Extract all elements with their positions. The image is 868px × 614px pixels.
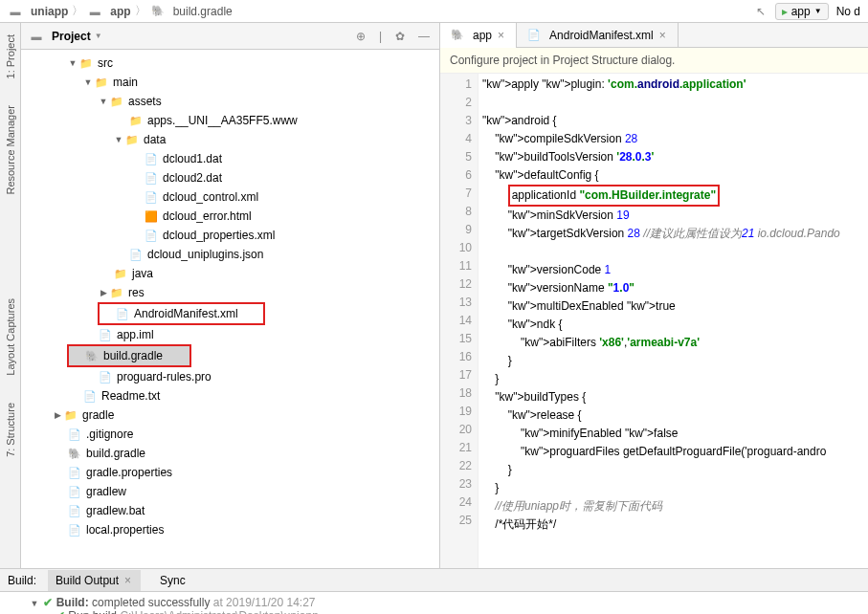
- top-right-controls: ↖ ▸ app ▼ No d: [754, 3, 860, 20]
- tree-folder-data[interactable]: ▼📁data: [21, 130, 439, 149]
- tree-file[interactable]: 📄Readme.txt: [21, 386, 439, 406]
- tree-file-buildgradle[interactable]: 🐘build.gradle: [69, 346, 189, 365]
- bc-leaf[interactable]: build.gradle: [173, 5, 233, 18]
- folder-icon: ▬: [8, 5, 23, 18]
- editor-tabs: 🐘app× 📄AndroidManifest.xml×: [440, 23, 868, 48]
- tab-project[interactable]: 1: Project: [5, 31, 16, 82]
- gear-icon[interactable]: ✿: [393, 28, 407, 45]
- back-icon[interactable]: ↖: [754, 3, 768, 20]
- bc-root[interactable]: uniapp: [31, 5, 68, 18]
- code-editor[interactable]: 1234567891011121314151617181920212223242…: [440, 74, 868, 568]
- tree-file[interactable]: 📄gradle.properties: [21, 463, 439, 482]
- tree-file[interactable]: 🐘build.gradle: [21, 444, 439, 463]
- tree-file[interactable]: 📄local.properties: [21, 520, 439, 539]
- tab-build-output[interactable]: Build Output ×: [48, 570, 141, 591]
- tree-file[interactable]: 📄gradlew.bat: [21, 501, 439, 520]
- close-icon[interactable]: ×: [496, 27, 506, 44]
- tree-folder-java[interactable]: 📁java: [21, 264, 439, 283]
- tree-folder-res[interactable]: ▶📁res: [21, 283, 439, 302]
- tree-file-manifest[interactable]: 📄AndroidManifest.xml: [100, 304, 263, 323]
- build-run: Run build: [68, 609, 117, 614]
- device-selector[interactable]: No d: [836, 5, 860, 18]
- code-content[interactable]: "kw">apply "kw">plugin: 'com.android.app…: [479, 74, 868, 568]
- tree-file[interactable]: 📄dcloud2.dat: [21, 168, 439, 187]
- tree-file[interactable]: 📄app.iml: [21, 325, 439, 344]
- tree-folder-gradle[interactable]: ▶📁gradle: [21, 406, 439, 425]
- collapse-icon[interactable]: —: [416, 28, 432, 45]
- check-icon: ✔: [43, 596, 53, 609]
- tree-file[interactable]: 📄dcloud_properties.xml: [21, 226, 439, 245]
- chevron-right-icon: 〉: [72, 3, 83, 19]
- highlight-buildgradle: 🐘build.gradle: [67, 344, 191, 367]
- tree-file[interactable]: 📄gradlew: [21, 482, 439, 501]
- close-icon[interactable]: ×: [657, 27, 668, 44]
- project-icon: ▬: [29, 30, 44, 43]
- tree-file[interactable]: 📄proguard-rules.pro: [21, 367, 439, 386]
- highlight-manifest: 📄AndroidManifest.xml: [98, 302, 265, 325]
- divider: |: [377, 28, 384, 45]
- tab-resource-manager[interactable]: Resource Manager: [5, 101, 16, 199]
- editor-panel: 🐘app× 📄AndroidManifest.xml× Configure pr…: [440, 23, 868, 568]
- tab-sync[interactable]: Sync: [152, 572, 193, 589]
- tree-file[interactable]: 📄dcloud1.dat: [21, 149, 439, 168]
- tree-file[interactable]: 📄.gitignore: [21, 425, 439, 444]
- target-icon[interactable]: ⊕: [354, 28, 367, 45]
- bottom-tool-tabs: Build: Build Output × Sync: [0, 568, 868, 591]
- build-status: completed successfully: [92, 596, 210, 609]
- tree-file[interactable]: 📄dcloud_uniplugins.json: [21, 245, 439, 264]
- tree-folder-apps[interactable]: 📁apps.__UNI__AA35FF5.www: [21, 111, 439, 130]
- info-bar[interactable]: Configure project in Project Structure d…: [440, 48, 868, 74]
- close-icon: ×: [122, 572, 133, 589]
- build-output-panel: ▼ ✔ Build: completed successfully at 201…: [0, 591, 868, 614]
- tree-folder-main[interactable]: ▼📁main: [21, 73, 439, 92]
- android-icon: ▸: [782, 5, 788, 18]
- tree-folder-assets[interactable]: ▼📁assets: [21, 92, 439, 111]
- build-path: C:\Users\Administrator\Desktop\uniapp: [120, 609, 318, 614]
- line-gutter: 1234567891011121314151617181920212223242…: [440, 74, 479, 568]
- top-toolbar: ▬ uniapp 〉 ▬ app 〉 🐘 build.gradle ↖ ▸ ap…: [0, 0, 868, 23]
- editor-tab-manifest[interactable]: 📄AndroidManifest.xml×: [517, 23, 679, 48]
- left-tool-tabs: 1: Project Resource Manager Layout Captu…: [0, 23, 21, 568]
- tab-layout-captures[interactable]: Layout Captures: [5, 295, 16, 380]
- bc-mid[interactable]: app: [110, 5, 130, 18]
- breadcrumb: ▬ uniapp 〉 ▬ app 〉 🐘 build.gradle: [8, 3, 233, 19]
- project-header: ▬ Project ▼ ⊕ | ✿ —: [21, 23, 439, 50]
- run-config-selector[interactable]: ▸ app ▼: [775, 3, 829, 20]
- build-title: Build:: [56, 596, 89, 609]
- editor-tab-app[interactable]: 🐘app×: [440, 23, 517, 48]
- project-panel: ▬ Project ▼ ⊕ | ✿ — ▼📁src ▼📁main ▼📁asset…: [21, 23, 440, 568]
- chevron-down-icon: ▼: [814, 7, 822, 15]
- project-tree[interactable]: ▼📁src ▼📁main ▼📁assets 📁apps.__UNI__AA35F…: [21, 50, 439, 568]
- check-icon: ✔: [56, 609, 65, 614]
- build-label: Build:: [8, 574, 36, 587]
- project-label[interactable]: Project: [52, 30, 91, 43]
- tree-file[interactable]: 📄dcloud_control.xml: [21, 187, 439, 207]
- tree-file[interactable]: 🟧dcloud_error.html: [21, 207, 439, 226]
- chevron-right-icon: 〉: [135, 3, 146, 19]
- module-icon: ▬: [87, 5, 102, 18]
- chevron-down-icon[interactable]: ▼: [95, 32, 102, 40]
- build-time: at 2019/11/20 14:27: [213, 596, 316, 609]
- tree-folder-src[interactable]: ▼📁src: [21, 54, 439, 73]
- gradle-icon: 🐘: [150, 5, 166, 18]
- tab-structure[interactable]: 7: Structure: [5, 399, 16, 461]
